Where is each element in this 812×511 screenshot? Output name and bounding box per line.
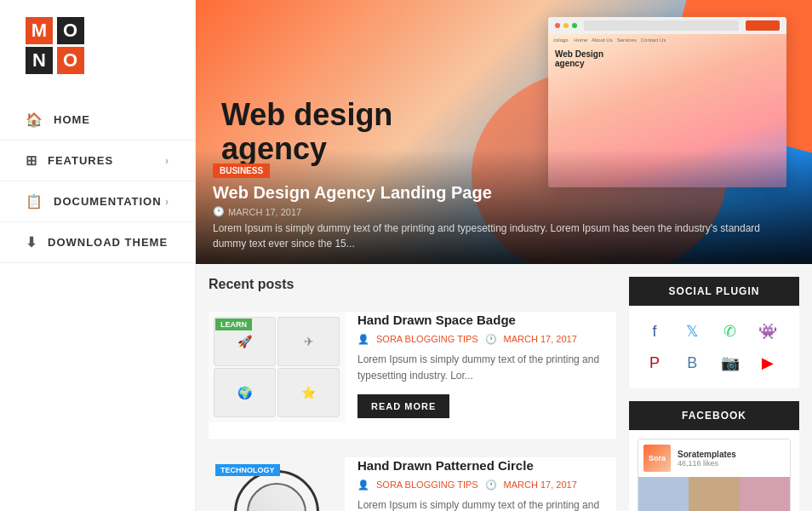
logo-o2: O: [57, 47, 84, 74]
read-more-button-1[interactable]: READ MORE: [357, 394, 449, 418]
logo-o1: O: [57, 17, 84, 44]
sidebar-item-download[interactable]: ⬇ DOWNLOAD THEME: [0, 222, 195, 263]
twitter-icon[interactable]: 𝕏: [677, 316, 707, 347]
hero-title[interactable]: Web Design Agency Landing Page: [213, 183, 795, 203]
post-title-2[interactable]: Hand Drawn Patterned Circle: [357, 457, 616, 474]
vk-icon[interactable]: В: [677, 347, 707, 378]
post-info-2: Hand Drawn Patterned Circle 👤 SORA BLOGG…: [357, 457, 616, 511]
post-card: LEARN 🚀 ✈ 🌍 ⭐ Hand Drawn Space Badge 👤 S…: [209, 312, 616, 440]
space-cell-3: 🌍: [214, 368, 276, 417]
post-thumbnail-2: TECHNOLOGY: [209, 457, 345, 511]
mock-browser-bar: [548, 17, 786, 34]
mock-cta-button: [746, 20, 780, 31]
mock-url-bar: [584, 20, 739, 31]
features-arrow: ›: [165, 155, 169, 167]
fb-preview-images: [638, 477, 790, 511]
hero-category-badge[interactable]: BUSINESS: [213, 164, 270, 178]
documentation-icon: 📋: [26, 193, 43, 210]
features-icon: ⊞: [26, 152, 37, 169]
social-plugin-title: SOCIAL PLUGIN: [629, 277, 799, 306]
post-excerpt-1: Lorem Ipsum is simply dummy text of the …: [357, 352, 616, 384]
fb-page-info: Soratemplates 46,116 likes: [678, 450, 736, 468]
recent-posts-title: Recent posts: [209, 277, 616, 299]
posts-area: Recent posts LEARN 🚀 ✈ 🌍 ⭐ Hand Drawn Sp…: [209, 277, 616, 511]
fb-img-3: [740, 477, 790, 511]
sidebar-item-documentation[interactable]: 📋 DOCUMENTATION ›: [0, 181, 195, 222]
space-cell-2: ✈: [277, 317, 340, 366]
logo-n: N: [26, 47, 53, 74]
fb-page-preview: Sora Soratemplates 46,116 likes: [638, 439, 791, 511]
circle-pattern: [234, 470, 319, 511]
fb-preview-header: Sora Soratemplates 46,116 likes: [638, 439, 790, 477]
fb-widget-content: Sora Soratemplates 46,116 likes: [629, 430, 799, 511]
main-content: Web design agency cologo Home About Us S…: [196, 0, 812, 511]
mock-dot-green: [572, 23, 577, 28]
post-date-2: MARCH 17, 2017: [504, 479, 577, 490]
logo-m: M: [26, 17, 53, 44]
home-icon: 🏠: [26, 112, 43, 128]
post-meta-2: 👤 SORA BLOGGING TIPS 🕐 MARCH 17, 2017: [357, 479, 616, 491]
circle-inner: [247, 483, 306, 511]
sidebar-item-features[interactable]: ⊞ FEATURES ›: [0, 141, 195, 181]
hero-date: 🕐 MARCH 17, 2017: [213, 206, 795, 217]
post-author-1: SORA BLOGGING TIPS: [376, 334, 478, 344]
sidebar-item-documentation-label: DOCUMENTATION: [54, 195, 162, 208]
download-icon: ⬇: [26, 234, 37, 250]
logo[interactable]: M O N O: [0, 17, 195, 100]
mock-dot-red: [555, 23, 560, 28]
sidebar: M O N O 🏠 HOME ⊞ FEATURES › 📋 DOCUMENTAT…: [0, 0, 196, 511]
post-author-2: SORA BLOGGING TIPS: [376, 479, 478, 490]
post-date-icon-1: 🕐: [485, 334, 497, 345]
fb-page-likes: 46,116 likes: [678, 459, 736, 468]
sidebar-item-home-label: HOME: [54, 113, 90, 126]
mock-web-heading: Web Designagency: [548, 46, 786, 72]
post-author-icon: 👤: [357, 334, 369, 345]
whatsapp-icon[interactable]: ✆: [715, 316, 746, 347]
fb-page-name: Soratemplates: [678, 450, 736, 459]
clock-icon: 🕐: [213, 206, 225, 217]
fb-avatar: Sora: [643, 445, 671, 472]
sidebar-item-features-label: FEATURES: [48, 154, 113, 167]
instagram-icon[interactable]: 📷: [715, 347, 746, 378]
fb-img-1: [638, 477, 689, 511]
space-cell-4: ⭐: [277, 368, 340, 417]
documentation-arrow: ›: [165, 196, 169, 208]
post-badge-2: TECHNOLOGY: [215, 464, 280, 476]
post-info-1: Hand Drawn Space Badge 👤 SORA BLOGGING T…: [357, 312, 616, 422]
reddit-icon[interactable]: 👾: [752, 316, 783, 347]
hero-section: Web design agency cologo Home About Us S…: [196, 0, 812, 264]
social-plugin-widget: SOCIAL PLUGIN f 𝕏 ✆ 👾 P В 📷 ▶: [629, 277, 799, 388]
social-icons-grid: f 𝕏 ✆ 👾 P В 📷 ▶: [629, 306, 799, 388]
right-sidebar: SOCIAL PLUGIN f 𝕏 ✆ 👾 P В 📷 ▶ FACEBOOK: [629, 277, 799, 511]
hero-excerpt: Lorem Ipsum is simply dummy text of the …: [213, 221, 795, 251]
pinterest-icon[interactable]: P: [639, 347, 670, 378]
post-date-1: MARCH 17, 2017: [504, 334, 577, 344]
facebook-widget: FACEBOOK Sora Soratemplates 46,116 likes: [629, 401, 799, 511]
facebook-widget-title: FACEBOOK: [629, 401, 799, 430]
post-thumbnail-1: LEARN 🚀 ✈ 🌍 ⭐: [209, 312, 345, 422]
post-author-icon-2: 👤: [357, 479, 369, 491]
mock-nav-bar: cologo Home About Us Services Contact Us: [548, 34, 786, 46]
post-title-1[interactable]: Hand Drawn Space Badge: [357, 312, 616, 329]
youtube-icon[interactable]: ▶: [752, 347, 783, 378]
sidebar-item-home[interactable]: 🏠 HOME: [0, 100, 195, 141]
post-date-icon-2: 🕐: [485, 479, 497, 491]
facebook-icon[interactable]: f: [639, 316, 670, 347]
fb-img-2: [689, 477, 739, 511]
logo-grid: M O N O: [26, 17, 85, 74]
mock-dot-yellow: [563, 23, 569, 28]
post-badge-1: LEARN: [215, 319, 252, 330]
post-card-2: TECHNOLOGY Hand Drawn Patterned Circle 👤…: [209, 457, 616, 511]
post-excerpt-2: Lorem Ipsum is simply dummy text of the …: [357, 497, 616, 512]
content-area: Recent posts LEARN 🚀 ✈ 🌍 ⭐ Hand Drawn Sp…: [196, 264, 812, 511]
main-nav: 🏠 HOME ⊞ FEATURES › 📋 DOCUMENTATION › ⬇ …: [0, 100, 195, 263]
post-meta-1: 👤 SORA BLOGGING TIPS 🕐 MARCH 17, 2017: [357, 334, 616, 345]
sidebar-item-download-label: DOWNLOAD THEME: [48, 236, 168, 249]
hero-overlay: BUSINESS Web Design Agency Landing Page …: [196, 149, 812, 264]
